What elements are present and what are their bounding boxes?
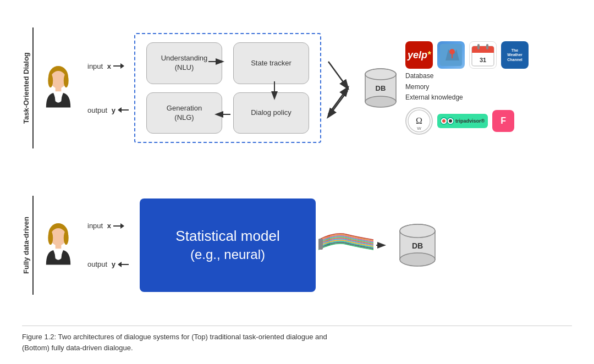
avatar-top — [39, 66, 78, 110]
tripadvisor-icon: tripadvisor® — [437, 114, 488, 128]
svg-line-9 — [328, 88, 348, 114]
input-arrow-bottom — [113, 223, 124, 229]
weather-channel-icon: The Weather Channel — [501, 41, 529, 69]
top-section: Task-Oriented Dialog — [22, 11, 572, 166]
svg-text:DB: DB — [412, 241, 423, 250]
nlg-node: Generation(NLG) — [146, 92, 222, 134]
dialog-policy-node: Dialog policy — [233, 92, 309, 134]
icons-row-1: yelp* — [405, 41, 529, 69]
db-bottom: DB — [398, 223, 437, 267]
svg-text:DB: DB — [376, 84, 386, 92]
output-row-top: output y — [87, 106, 129, 114]
page: Task-Oriented Dialog — [0, 0, 594, 364]
svg-point-41 — [400, 224, 435, 238]
svg-text:Ω: Ω — [416, 116, 422, 125]
svg-rect-4 — [56, 87, 62, 91]
svg-text:W: W — [417, 126, 421, 131]
svg-point-40 — [400, 253, 435, 266]
db-labels: Database Memory External knowledge — [405, 71, 463, 103]
svg-point-33 — [48, 231, 53, 245]
svg-line-8 — [328, 62, 348, 88]
output-arrow-top — [118, 107, 129, 113]
box-to-db-svg — [326, 33, 353, 143]
output-label-bottom: output y — [87, 260, 116, 268]
db-top: DB — [364, 68, 397, 109]
svg-point-17 — [449, 49, 455, 54]
bottom-section: Fully data-driven input x — [22, 168, 572, 323]
nlu-node: Understanding(NLU) — [146, 42, 222, 84]
svg-rect-35 — [56, 245, 62, 249]
input-label-bottom: input x — [87, 222, 111, 230]
figure-caption: Figure 1.2: Two architectures of dialogu… — [22, 326, 572, 353]
state-tracker-node: State tracker — [233, 42, 309, 84]
svg-rect-21 — [477, 44, 480, 49]
input-arrow-top — [113, 63, 124, 69]
dashed-box: Understanding(NLU) State tracker Generat… — [134, 33, 321, 143]
yelp-icon: yelp* — [405, 41, 433, 69]
bottom-side-label: Fully data-driven — [22, 196, 34, 295]
output-label-top: output y — [87, 106, 116, 114]
db-cylinder-top: DB — [364, 68, 397, 109]
svg-point-30 — [449, 119, 452, 123]
svg-rect-20 — [472, 51, 494, 53]
db-cylinder-bottom: DB — [398, 223, 437, 267]
cable-svg — [318, 225, 373, 263]
top-side-label: Task-Oriented Dialog — [22, 27, 34, 148]
map-icon — [437, 41, 465, 69]
foursquare-icon: F — [492, 110, 514, 132]
svg-point-14 — [365, 69, 396, 80]
svg-text:31: 31 — [480, 57, 486, 63]
svg-rect-22 — [486, 44, 488, 49]
input-row-top: input x — [87, 62, 129, 70]
cable-to-db-arrow — [376, 240, 387, 251]
box-to-db-arrows — [326, 33, 353, 143]
small-arrow-svg — [376, 240, 387, 251]
wikipedia-icon: Ω W — [405, 107, 433, 135]
statistical-model-box: Statistical model (e.g., neural) — [140, 198, 316, 292]
cable-connector — [318, 225, 373, 266]
svg-point-34 — [64, 231, 69, 245]
right-icons: yelp* — [405, 41, 529, 135]
output-row-bottom: output y — [87, 260, 129, 268]
input-row-bottom: input x — [87, 222, 129, 230]
input-label-top: input x — [87, 62, 111, 70]
io-labels-top: input x output y — [87, 44, 129, 132]
svg-rect-36 — [318, 239, 323, 250]
svg-point-13 — [365, 96, 396, 107]
calendar-icon: 31 — [469, 41, 497, 69]
svg-point-29 — [442, 119, 446, 123]
svg-point-3 — [64, 74, 69, 87]
flow-diagram: Understanding(NLU) State tracker Generat… — [134, 33, 321, 143]
svg-point-2 — [48, 74, 53, 87]
avatar-bottom — [39, 223, 78, 267]
svg-line-10 — [328, 91, 348, 117]
output-arrow-bottom — [118, 261, 129, 268]
icons-row-2: Ω W tripadvisor® F — [405, 107, 514, 135]
io-labels-bottom: input x output y — [87, 207, 129, 284]
